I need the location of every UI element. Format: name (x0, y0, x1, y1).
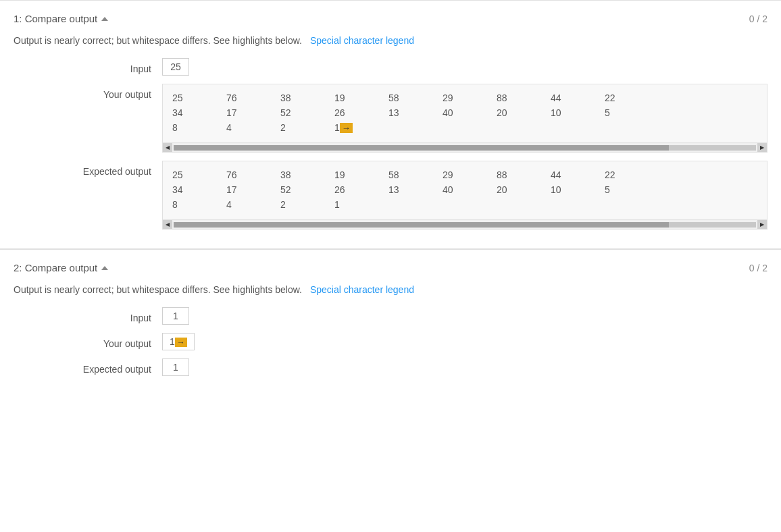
your-output-label-2: Your output (14, 333, 162, 349)
cell: 76 (226, 91, 280, 105)
your-output-container-1: 25 76 38 19 58 29 88 44 22 34 17 52 26 1… (162, 84, 767, 153)
cell: 8 (172, 121, 226, 134)
cell: 44 (551, 91, 605, 105)
cell: 8 (172, 198, 226, 211)
special-legend-link-2[interactable]: Special character legend (310, 284, 414, 295)
scroll-left-arrow-exp-1[interactable]: ◀ (163, 220, 172, 230)
scroll-thumb-exp-1 (174, 222, 669, 228)
cell: 2 (280, 198, 334, 211)
cell: 20 (497, 183, 551, 196)
cell: 2 (280, 121, 334, 134)
cell: 19 (334, 168, 388, 182)
cell: 52 (280, 183, 334, 196)
expected-output-scrollbar-1[interactable]: ◀ ▶ (163, 219, 767, 229)
cell: 58 (388, 168, 443, 182)
cell: 22 (605, 168, 659, 182)
section-1-message: Output is nearly correct; but whitespace… (14, 35, 302, 46)
cell: 19 (334, 91, 388, 105)
expected-output-value-2: 1 (162, 358, 767, 376)
cell: 4 (226, 198, 280, 211)
cell: 34 (172, 106, 226, 119)
scroll-right-arrow-exp-1[interactable]: ▶ (757, 220, 767, 230)
cell: 88 (497, 91, 551, 105)
section-2-score: 0 / 2 (749, 263, 767, 273)
expected-output-box-2: 1 (162, 358, 189, 376)
scroll-right-arrow-1[interactable]: ▶ (757, 143, 767, 153)
tab-highlight-2: → (175, 338, 187, 347)
section-2-message: Output is nearly correct; but whitespace… (14, 284, 302, 295)
cell: 1 (334, 198, 388, 211)
cell: 40 (443, 183, 497, 196)
cell: 29 (443, 168, 497, 182)
cell: 52 (280, 106, 334, 119)
your-output-box-2: 1→ (162, 333, 195, 350)
compare-section-2: 2: Compare output 0 / 2 Output is nearly… (0, 249, 781, 390)
expected-output-row-1: 34 17 52 26 13 40 20 10 5 (172, 183, 757, 196)
cell: 10 (551, 183, 605, 196)
section-1-io-grid: Input 25 Your output 25 76 38 19 58 29 8… (14, 58, 767, 230)
input-box-1: 25 (162, 58, 189, 76)
cell: 38 (280, 91, 334, 105)
cell: 34 (172, 183, 226, 196)
section-1-title: 1: Compare output (14, 13, 108, 24)
expected-output-row-2: 8 4 2 1 (172, 198, 757, 211)
cell: 58 (388, 91, 443, 105)
section-2-io-grid: Input 1 Your output 1→ Expected output 1 (14, 307, 767, 376)
compare-section-1: 1: Compare output 0 / 2 Output is nearly… (0, 0, 781, 243)
cell: 25 (172, 91, 226, 105)
cell: 22 (605, 91, 659, 105)
expected-output-content-1: 25 76 38 19 58 29 88 44 22 34 17 52 26 1… (163, 161, 767, 219)
cell: 29 (443, 91, 497, 105)
cell: 5 (605, 106, 659, 119)
cell: 5 (605, 183, 659, 196)
your-output-label-1: Your output (14, 84, 162, 100)
section-1-title-text: 1: Compare output (14, 13, 97, 24)
expected-output-label-1: Expected output (14, 161, 162, 177)
cell: 10 (551, 106, 605, 119)
cell: 38 (280, 168, 334, 182)
input-value-1: 25 (162, 58, 767, 76)
section-2-header: 2: Compare output 0 / 2 (14, 262, 767, 273)
chevron-up-icon-1[interactable] (101, 17, 108, 21)
tab-highlight: → (340, 123, 353, 133)
cell: 25 (172, 168, 226, 182)
input-value-2: 1 (162, 307, 767, 325)
your-output-row-0: 25 76 38 19 58 29 88 44 22 (172, 91, 757, 105)
section-2-title-text: 2: Compare output (14, 262, 97, 273)
cell: 4 (226, 121, 280, 134)
cell: 44 (551, 168, 605, 182)
your-output-row-2: 8 4 2 1→ (172, 121, 757, 134)
your-output-value-2: 1→ (162, 333, 767, 350)
section-1-header: 1: Compare output 0 / 2 (14, 13, 767, 24)
section-1-message-row: Output is nearly correct; but whitespace… (14, 35, 767, 46)
input-label-2: Input (14, 307, 162, 323)
cell: 17 (226, 183, 280, 196)
expected-output-label-2: Expected output (14, 358, 162, 375)
input-label-1: Input (14, 58, 162, 74)
scroll-track-1[interactable] (174, 145, 756, 151)
section-1-score: 0 / 2 (749, 14, 767, 24)
expected-output-row-0: 25 76 38 19 58 29 88 44 22 (172, 168, 757, 182)
input-box-2: 1 (162, 307, 189, 325)
cell: 20 (497, 106, 551, 119)
special-legend-link-1[interactable]: Special character legend (310, 35, 414, 46)
cell: 26 (334, 183, 388, 196)
cell: 13 (388, 183, 443, 196)
cell: 40 (443, 106, 497, 119)
section-2-title: 2: Compare output (14, 262, 108, 273)
your-output-content-1: 25 76 38 19 58 29 88 44 22 34 17 52 26 1… (163, 84, 767, 142)
scroll-thumb-1 (174, 145, 669, 151)
cell: 26 (334, 106, 388, 119)
cell: 13 (388, 106, 443, 119)
section-2-message-row: Output is nearly correct; but whitespace… (14, 284, 767, 295)
cell: 88 (497, 168, 551, 182)
expected-output-container-1: 25 76 38 19 58 29 88 44 22 34 17 52 26 1… (162, 161, 767, 230)
chevron-up-icon-2[interactable] (101, 266, 108, 270)
scroll-track-exp-1[interactable] (174, 222, 756, 228)
cell: 1→ (334, 121, 388, 134)
cell: 76 (226, 168, 280, 182)
scroll-left-arrow-1[interactable]: ◀ (163, 143, 172, 153)
your-output-row-1: 34 17 52 26 13 40 20 10 5 (172, 106, 757, 119)
cell: 17 (226, 106, 280, 119)
your-output-scrollbar-1[interactable]: ◀ ▶ (163, 142, 767, 152)
